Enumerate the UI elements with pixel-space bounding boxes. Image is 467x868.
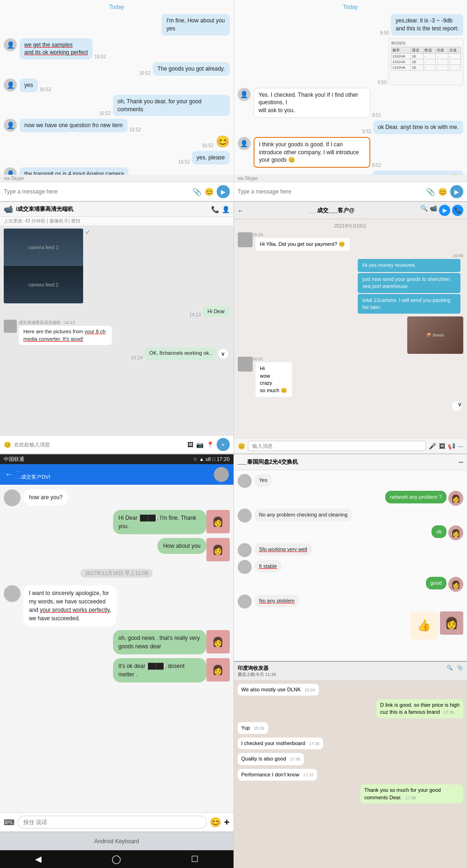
- msg-row: 👤 I think your goods is good. If I can i…: [238, 137, 464, 168]
- send-button[interactable]: +: [217, 438, 230, 451]
- table-cell: 1310VA: [391, 59, 411, 65]
- msg-row: Sfp working very well: [238, 543, 464, 557]
- avatar: [4, 489, 21, 506]
- message-time: 14:13: [189, 312, 201, 317]
- msg-row: ok 👩: [238, 525, 464, 540]
- message-bubble: just now send your goods to shenzhen sea…: [358, 273, 460, 293]
- phone-icon[interactable]: 📞: [211, 206, 219, 213]
- back-icon[interactable]: ←: [238, 207, 244, 214]
- msg-row: Hi Dear ████, I'm fine. Thank you . 👩: [4, 510, 230, 534]
- wechat-messages: 2021年5月18日 15:23 Hi Yilia. Did you get o…: [234, 219, 467, 438]
- last-seen: 最后上线:今天 11:35: [238, 672, 276, 678]
- avatar: [4, 585, 21, 602]
- message-time: 15:24: [304, 688, 315, 692]
- more-btn[interactable]: ···: [458, 443, 463, 450]
- add-btn[interactable]: +: [224, 817, 230, 828]
- msg-row: 👤 Yes. I checked. Thank you! If I find o…: [238, 88, 464, 118]
- via-label: via Skype: [234, 175, 467, 182]
- attachment-icon[interactable]: 📎: [426, 187, 435, 196]
- message-time: 9:52: [372, 163, 381, 168]
- date-divider-wrap: 2017年11月18日 早上11:08: [4, 565, 230, 581]
- message-time: 9:50: [380, 30, 389, 36]
- message-time: 16:52: [94, 54, 106, 59]
- message-time: 16:52: [99, 111, 111, 116]
- bottom-right-panel: ___泰国间盘2光4交换机 ··· Yes network any proble…: [234, 454, 467, 868]
- image-btn[interactable]: 🖼: [187, 441, 193, 448]
- msg-row: oh, good news . that's really very goods…: [4, 630, 230, 654]
- mic-btn[interactable]: 📢: [448, 443, 455, 450]
- sender-name: 成交束埔寨高清光端机 · 14:13: [19, 320, 112, 326]
- message-time: 17:35: [444, 710, 454, 715]
- message-input[interactable]: [4, 188, 190, 195]
- location-btn[interactable]: 📍: [206, 441, 214, 448]
- message-input[interactable]: [238, 188, 424, 195]
- emoji-btn[interactable]: 😊: [210, 817, 221, 828]
- emoji-icon[interactable]: 😊: [438, 187, 447, 196]
- emoji-icon[interactable]: 😊: [205, 187, 214, 196]
- photo-btn[interactable]: 📷: [196, 441, 204, 448]
- message-bubble: ok: [432, 525, 446, 538]
- table-cell: 1310VA: [391, 53, 411, 59]
- msg-row: Thank you so much for your good comments…: [238, 784, 464, 805]
- network-chat: ___泰国间盘2光4交换机 ··· Yes network any proble…: [234, 454, 467, 662]
- voice-input-btn[interactable]: [17, 816, 207, 829]
- sender-avatar: 👩: [206, 510, 230, 533]
- app-header: 📹 /成交束埔寨高清光端机 📞 👤: [0, 202, 234, 217]
- table-cell: 光速: [448, 47, 461, 53]
- scroll-down-button[interactable]: ∨: [451, 401, 462, 412]
- messages-top-left: I'm fine, How about youyes 👤 we get the …: [0, 12, 234, 175]
- send-button[interactable]: ▶: [450, 185, 463, 198]
- msg-row: Yes: [238, 474, 464, 488]
- message-bubble: it's ok dear ████. dosent metter .: [113, 658, 206, 682]
- back-button[interactable]: ←: [5, 470, 13, 480]
- header-icons: 🔍 📹 ▶ 📞: [420, 205, 463, 216]
- image-btn[interactable]: 🖼: [439, 443, 445, 450]
- search-icon[interactable]: 🔍: [420, 205, 428, 216]
- voice-btn[interactable]: 🎤: [429, 443, 436, 450]
- message-content: 15:23 Hi Yilia. Did you get our payment?…: [253, 232, 353, 251]
- contact-name: ...成交客户DVI: [17, 473, 210, 481]
- keyboard-icon[interactable]: ⌨: [4, 818, 14, 827]
- msg-row: Performance I don't know17:37: [238, 769, 464, 782]
- report-table: 频率通道数值光衰光速 1310VA1E--- 1310VA1E--- 1310V…: [391, 47, 461, 71]
- message-bubble: total 12cartons. I will send you packing…: [358, 294, 460, 314]
- scroll-down-button[interactable]: ∨: [218, 348, 229, 359]
- nav-bar-top: ← ··· ...成交客户DVI: [0, 464, 234, 485]
- person-icon[interactable]: 👤: [222, 206, 230, 213]
- msg-time: 15:23: [253, 232, 353, 237]
- top-camera: camera feed 1: [4, 229, 83, 266]
- chat-title: 印度询收发器: [238, 665, 276, 672]
- message-time: 17:38: [405, 796, 416, 800]
- message-bubble: oh, Thank you dear, for your good commen…: [113, 95, 230, 116]
- message-time: 9:50: [378, 80, 387, 85]
- header-icons: 🔍 📎: [446, 665, 463, 678]
- video-call-btn[interactable]: ▶: [439, 205, 450, 216]
- android-nav-bottom: ◀ ◯ ☐: [0, 850, 234, 868]
- home-nav-icon[interactable]: ◯: [112, 854, 121, 864]
- message-input[interactable]: [248, 441, 426, 451]
- table-image: 测试报告 频率通道数值光衰光速 1310VA1E--- 1310VA1E--- …: [389, 38, 463, 85]
- avatar: [4, 320, 17, 333]
- phone-btn[interactable]: 📞: [452, 205, 463, 216]
- avatar: 👤: [4, 79, 17, 92]
- video-icon[interactable]: 📹: [4, 205, 13, 214]
- message-bubble: I want to sincerely apologize, for my wo…: [23, 585, 117, 626]
- date-header-top-left: Today: [0, 0, 234, 12]
- back-nav-icon[interactable]: ◀: [35, 854, 42, 864]
- message-input[interactable]: [14, 442, 184, 447]
- recents-nav-icon[interactable]: ☐: [191, 854, 198, 864]
- search-icon[interactable]: 🔍: [446, 665, 453, 678]
- video-icon[interactable]: 📹: [430, 205, 437, 216]
- emoji-btn[interactable]: 😊: [238, 443, 245, 450]
- message-time: 15:36: [254, 726, 264, 731]
- send-button[interactable]: ▶: [217, 185, 230, 198]
- msg-row: 15:50 Hi yes money received. just now se…: [238, 253, 464, 314]
- more-icon[interactable]: ···: [459, 459, 463, 466]
- attachment-icon[interactable]: 📎: [192, 187, 202, 196]
- msg-row: 9:53 ok, Thank you so much Dear. 😊: [238, 171, 464, 175]
- camera-image: camera feed 1 camera feed 2: [4, 229, 83, 303]
- emoji-btn[interactable]: 😊: [4, 441, 11, 448]
- attachment-icon[interactable]: 📎: [457, 665, 463, 678]
- message-bubble: now we have one question fro new item: [20, 119, 127, 132]
- message-bubble: It stable: [255, 560, 282, 573]
